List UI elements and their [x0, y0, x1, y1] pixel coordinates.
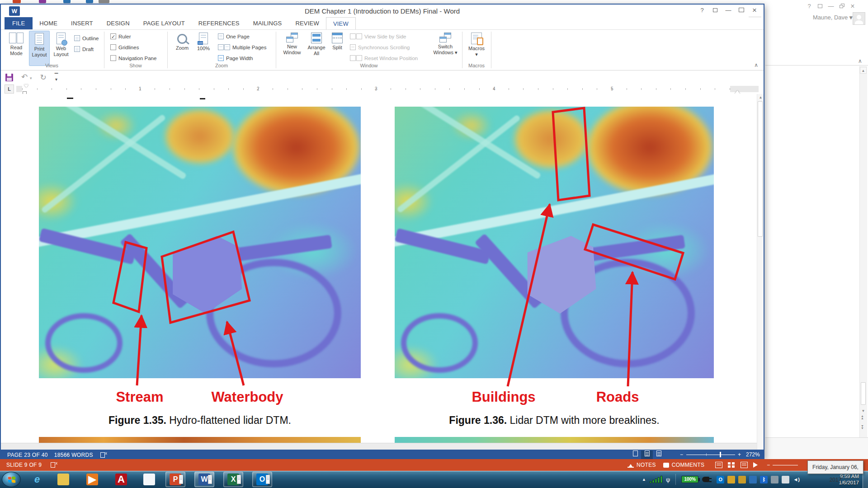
- word-scroll-thumb[interactable]: [758, 101, 763, 237]
- shield-icon[interactable]: [738, 476, 746, 483]
- outlook-icon[interactable]: O: [252, 472, 272, 487]
- multiple-pages-button[interactable]: Multiple Pages: [218, 44, 266, 50]
- zoom-slider[interactable]: [686, 455, 735, 455]
- page-indicator[interactable]: PAGE 23 OF 40: [7, 452, 48, 458]
- synchronous-scrolling-button[interactable]: Synchronous Scrolling: [350, 44, 410, 50]
- read-mode-view-icon[interactable]: [629, 450, 641, 459]
- arrange-all-button[interactable]: Arrange All: [305, 31, 328, 66]
- slideshow-view-icon[interactable]: [753, 462, 760, 468]
- start-button[interactable]: [2, 472, 21, 487]
- zoom-in-button[interactable]: +: [738, 451, 741, 458]
- reset-window-position-button[interactable]: Reset Window Position: [350, 55, 418, 61]
- tab-design[interactable]: DESIGN: [100, 17, 137, 29]
- word-help-icon[interactable]: ?: [698, 6, 707, 14]
- word-minimize-icon[interactable]: —: [724, 6, 733, 14]
- notes-toggle[interactable]: NOTES: [637, 462, 656, 468]
- power-plug-icon[interactable]: [702, 477, 709, 482]
- ppt-zoom-slider[interactable]: [773, 465, 798, 465]
- ppt-save-icon[interactable]: [39, 0, 46, 3]
- generic-window-icon[interactable]: [139, 472, 159, 487]
- ppt-account-name[interactable]: Maune, Dave ▾: [813, 14, 852, 21]
- file-explorer-icon[interactable]: [53, 472, 73, 487]
- web-layout-view-icon[interactable]: [653, 450, 665, 459]
- network-globe-icon[interactable]: [749, 476, 757, 483]
- outline-button[interactable]: Outline: [74, 35, 99, 41]
- normal-view-icon[interactable]: [715, 462, 722, 468]
- ppt-scroll-up-icon[interactable]: ▲: [860, 67, 867, 74]
- one-page-button[interactable]: One Page: [218, 33, 250, 39]
- slide-sorter-icon[interactable]: [728, 462, 735, 468]
- zoom-slider-thumb[interactable]: [720, 452, 721, 457]
- customize-qat-button[interactable]: ▔▾: [55, 74, 58, 81]
- slide-indicator[interactable]: SLIDE 9 OF 9: [6, 462, 42, 468]
- ribbon-collapse-icon[interactable]: ∧: [754, 62, 758, 68]
- tab-page-layout[interactable]: PAGE LAYOUT: [137, 17, 192, 29]
- ppt-slideshow-icon[interactable]: [99, 0, 109, 3]
- new-window-button[interactable]: New Window: [280, 31, 304, 66]
- tab-file[interactable]: FILE: [5, 17, 33, 29]
- tab-references[interactable]: REFERENCES: [192, 17, 246, 29]
- print-layout-view-icon[interactable]: [641, 450, 653, 459]
- word-scroll-up-icon[interactable]: ▲: [757, 94, 764, 101]
- clipboard-icon[interactable]: [782, 476, 789, 483]
- ppt-scroll-thumb[interactable]: [861, 382, 866, 405]
- zoom-out-button[interactable]: −: [680, 451, 683, 458]
- ppt-next-slide-icon[interactable]: ▼▼: [861, 425, 864, 429]
- ppt-scroll-down-icon[interactable]: ▼: [860, 408, 867, 414]
- tab-insert[interactable]: INSERT: [64, 17, 100, 29]
- network-signal-icon[interactable]: [650, 476, 662, 483]
- antenna-icon[interactable]: ψ: [666, 476, 670, 483]
- right-indent-marker[interactable]: [735, 88, 740, 94]
- tab-view[interactable]: VIEW: [326, 17, 356, 29]
- battery-icon[interactable]: 100%: [681, 476, 698, 483]
- tab-review[interactable]: REVIEW: [288, 17, 326, 29]
- ppt-account-avatar[interactable]: [853, 12, 865, 25]
- ppt-restore-icon[interactable]: [837, 2, 846, 10]
- speaker-icon[interactable]: ◄): [793, 476, 800, 483]
- ppt-previous-slide-icon[interactable]: ▲▲: [861, 415, 864, 419]
- word-maximize-icon[interactable]: [737, 6, 746, 14]
- word-icon[interactable]: W: [194, 472, 214, 487]
- view-side-by-side-button[interactable]: View Side by Side: [350, 33, 406, 39]
- horizontal-ruler[interactable]: 12345: [16, 86, 759, 92]
- internet-explorer-icon[interactable]: e: [27, 472, 47, 487]
- bluetooth-icon[interactable]: ᛒ: [760, 476, 768, 483]
- usb-device-icon[interactable]: [771, 476, 778, 483]
- media-player-icon[interactable]: ▶: [82, 472, 102, 487]
- split-button[interactable]: Split: [329, 31, 345, 66]
- redo-button[interactable]: ↻: [40, 74, 47, 81]
- word-titlebar[interactable]: W DEM Chapter 1 (Introduction to DEMs) F…: [1, 5, 764, 17]
- first-line-indent-marker[interactable]: [24, 84, 28, 90]
- zoom-button[interactable]: Zoom: [172, 31, 193, 66]
- undo-button[interactable]: ↶ ▾: [21, 73, 32, 82]
- powerpoint-icon[interactable]: P: [165, 472, 185, 487]
- print-layout-button[interactable]: Print Layout: [29, 31, 50, 66]
- adobe-acrobat-icon[interactable]: A: [111, 472, 131, 487]
- ppt-scrollbar[interactable]: ▲ ▼ ▲▲ ▼▼: [859, 66, 867, 437]
- word-ribbon-options-icon[interactable]: [711, 6, 720, 14]
- ppt-help-icon[interactable]: ?: [805, 2, 814, 10]
- word-scrollbar[interactable]: ▲: [757, 94, 764, 450]
- zoom-percentage[interactable]: 272%: [746, 451, 760, 458]
- word-close-icon[interactable]: ×: [750, 6, 759, 14]
- reading-view-icon[interactable]: [741, 462, 748, 468]
- tab-stop-selector[interactable]: L: [5, 84, 14, 94]
- ppt-ribbon-options-icon[interactable]: [816, 2, 825, 10]
- powerpoint-app-icon[interactable]: [13, 0, 21, 3]
- navigation-pane-checkbox[interactable]: Navigation Pane: [110, 55, 156, 61]
- ppt-proofing-icon[interactable]: x: [51, 462, 57, 468]
- tab-home[interactable]: HOME: [33, 17, 64, 29]
- draft-button[interactable]: Draft: [74, 46, 94, 52]
- gridlines-checkbox[interactable]: Gridlines: [110, 44, 139, 50]
- ppt-redo-icon[interactable]: [86, 0, 93, 3]
- excel-icon[interactable]: X: [223, 472, 243, 487]
- comments-toggle[interactable]: COMMENTS: [672, 462, 704, 468]
- web-layout-button[interactable]: Web Layout: [51, 31, 71, 66]
- read-mode-button[interactable]: Read Mode: [5, 31, 28, 66]
- outlook-tray-icon[interactable]: O: [717, 476, 724, 483]
- ppt-close-icon[interactable]: ×: [848, 2, 857, 10]
- proofing-status-icon[interactable]: x: [100, 452, 107, 458]
- macros-button[interactable]: Macros▾: [466, 31, 487, 66]
- tab-mailings[interactable]: MAILINGS: [246, 17, 289, 29]
- save-button[interactable]: [5, 74, 13, 81]
